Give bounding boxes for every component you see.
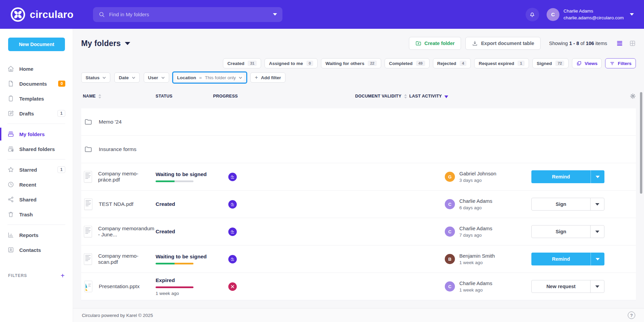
table-row-document[interactable]: TEST NDA.pdf Created C Char bbox=[81, 191, 636, 218]
grid-view-icon[interactable] bbox=[629, 40, 636, 47]
sign-button[interactable]: Sign bbox=[532, 198, 590, 210]
chip-waiting-for-others[interactable]: Waiting for others22 bbox=[321, 58, 381, 68]
sidebar-item-reports[interactable]: Reports bbox=[0, 228, 73, 242]
row-action: Remind bbox=[531, 253, 604, 265]
chip-created[interactable]: Created31 bbox=[223, 58, 261, 68]
add-filter-button[interactable]: + Add filter bbox=[250, 72, 285, 83]
sidebar-item-my-folders[interactable]: My folders bbox=[0, 127, 73, 142]
location-filter-dropdown[interactable]: Location = This folder only bbox=[176, 74, 244, 81]
search-scope-caret-icon[interactable] bbox=[273, 13, 277, 16]
user-menu[interactable]: C Charlie Adams charlie.adams@circularo.… bbox=[547, 8, 634, 21]
user-name: Charlie Adams bbox=[564, 8, 624, 15]
add-saved-filter-button[interactable]: + bbox=[61, 272, 65, 279]
table-row-folder[interactable]: Insurance forms bbox=[81, 136, 636, 163]
row-name-cell: Presentation.pptx bbox=[81, 281, 156, 292]
sign-button[interactable]: Sign bbox=[532, 226, 590, 238]
showing-items-count: Showing 1 - 8 of 106 items bbox=[549, 41, 607, 46]
footer: Circularo powered by Karel © 2025 ? bbox=[73, 308, 644, 322]
table-row-document[interactable]: Presentation.pptx Expired 1 week ago C bbox=[81, 273, 636, 300]
location-filter-highlight: Location = This folder only bbox=[172, 71, 248, 84]
row-name-cell: Company memo- scan.pdf bbox=[81, 253, 156, 265]
date-filter-dropdown[interactable]: Date bbox=[114, 72, 139, 83]
global-search[interactable] bbox=[93, 7, 282, 22]
sidebar-item-label: Contacts bbox=[19, 247, 41, 253]
new-document-button[interactable]: New Document bbox=[8, 38, 65, 51]
app-screen: circularo C Charlie Adams bbox=[0, 0, 644, 322]
sidebar-item-starred[interactable]: Starred 1 bbox=[0, 162, 73, 177]
remind-button[interactable]: Remind bbox=[531, 253, 591, 265]
action-dropdown-caret[interactable] bbox=[590, 198, 604, 210]
home-icon bbox=[7, 65, 14, 72]
chip-assigned-to-me[interactable]: Assigned to me0 bbox=[264, 58, 318, 68]
sidebar-item-documents[interactable]: Documents 0 bbox=[0, 76, 73, 91]
create-folder-button[interactable]: Create folder bbox=[409, 37, 461, 50]
export-document-table-button[interactable]: Export document table bbox=[465, 37, 540, 50]
status-text: Waiting to be signed bbox=[156, 171, 213, 177]
help-icon[interactable]: ? bbox=[628, 312, 635, 319]
gear-icon[interactable] bbox=[630, 93, 636, 99]
table-row-folder[interactable]: Memo '24 bbox=[81, 108, 636, 136]
chip-completed[interactable]: Completed49 bbox=[385, 58, 430, 68]
row-activity-actions: G Gabriel Johnson 3 days ago Remind bbox=[409, 170, 626, 183]
row-status: Created bbox=[156, 229, 213, 235]
signature-icon bbox=[228, 228, 237, 236]
item-name: Insurance forms bbox=[99, 146, 136, 152]
status-filter-dropdown[interactable]: Status bbox=[81, 72, 110, 83]
table-row-document[interactable]: Company memo- scan.pdf Waiting to be sig… bbox=[81, 245, 636, 273]
actor-avatar: C bbox=[445, 199, 455, 209]
sort-icon bbox=[98, 94, 101, 99]
chevron-down-icon bbox=[161, 77, 165, 79]
sidebar-item-home[interactable]: Home bbox=[0, 61, 73, 76]
item-name: Presentation.pptx bbox=[99, 283, 140, 289]
folder-menu-caret-icon[interactable] bbox=[125, 42, 130, 45]
status-text: Waiting to be signed bbox=[156, 254, 213, 260]
new-request-button[interactable]: New request bbox=[532, 280, 590, 293]
table-row-document[interactable]: Company memo- práce.pdf Waiting to be si… bbox=[81, 163, 636, 191]
header-actions: Create folder Export document table Show… bbox=[409, 37, 636, 50]
main-content: My folders Create folder Export document… bbox=[73, 29, 644, 322]
chip-count: 72 bbox=[555, 61, 565, 66]
sidebar-item-shared-folders[interactable]: Shared folders bbox=[0, 142, 73, 156]
sidebar-item-shared[interactable]: Shared bbox=[0, 192, 73, 207]
last-activity: G Gabriel Johnson 3 days ago bbox=[409, 171, 496, 183]
folder-icon bbox=[84, 118, 93, 126]
sidebar-item-templates[interactable]: Templates bbox=[0, 91, 73, 106]
sidebar-item-label: Documents bbox=[19, 81, 47, 87]
sidebar-item-recent[interactable]: Recent bbox=[0, 177, 73, 192]
chip-count: 49 bbox=[416, 61, 425, 66]
vertical-scrollbar[interactable] bbox=[640, 92, 642, 194]
row-activity-actions: C Charlie Adams 6 days ago Sign bbox=[409, 198, 626, 211]
chip-count: 1 bbox=[518, 61, 524, 66]
remind-button[interactable]: Remind bbox=[531, 170, 591, 183]
download-icon bbox=[472, 40, 478, 46]
table-settings bbox=[626, 93, 636, 99]
row-progress bbox=[213, 173, 355, 181]
action-dropdown-caret[interactable] bbox=[590, 226, 604, 238]
row-status: Expired 1 week ago bbox=[156, 277, 213, 296]
sidebar-item-trash[interactable]: Trash bbox=[0, 207, 73, 222]
search-input[interactable] bbox=[109, 12, 271, 17]
edit-icon bbox=[7, 110, 14, 117]
actor-name: Charlie Adams bbox=[459, 198, 492, 204]
chip-request-expired[interactable]: Request expired1 bbox=[474, 58, 529, 68]
action-dropdown-caret[interactable] bbox=[591, 170, 604, 183]
filters-button[interactable]: Filters bbox=[605, 58, 636, 68]
plus-icon: + bbox=[255, 74, 258, 81]
action-dropdown-caret[interactable] bbox=[590, 280, 604, 293]
sidebar-item-label: Templates bbox=[19, 96, 44, 102]
column-header-validity[interactable]: DOCUMENT VALIDITY bbox=[355, 94, 409, 99]
row-status: Waiting to be signed bbox=[156, 254, 213, 264]
views-button[interactable]: Views bbox=[572, 58, 602, 68]
row-name-cell: Company memorandum - June... bbox=[81, 226, 156, 238]
chip-signed[interactable]: Signed72 bbox=[532, 58, 569, 68]
notifications-button[interactable] bbox=[526, 8, 539, 21]
sidebar-item-contacts[interactable]: Contacts bbox=[0, 242, 73, 257]
sidebar-item-drafts[interactable]: Drafts 1 bbox=[0, 106, 73, 121]
user-filter-dropdown[interactable]: User bbox=[144, 72, 169, 83]
action-dropdown-caret[interactable] bbox=[591, 253, 604, 265]
list-view-icon[interactable] bbox=[616, 40, 623, 47]
column-header-name[interactable]: NAME bbox=[81, 94, 156, 99]
column-header-last-activity[interactable]: LAST ACTIVITY bbox=[409, 94, 626, 99]
chip-rejected[interactable]: Rejected4 bbox=[433, 58, 471, 68]
table-row-document[interactable]: Company memorandum - June... Created C bbox=[81, 218, 636, 245]
